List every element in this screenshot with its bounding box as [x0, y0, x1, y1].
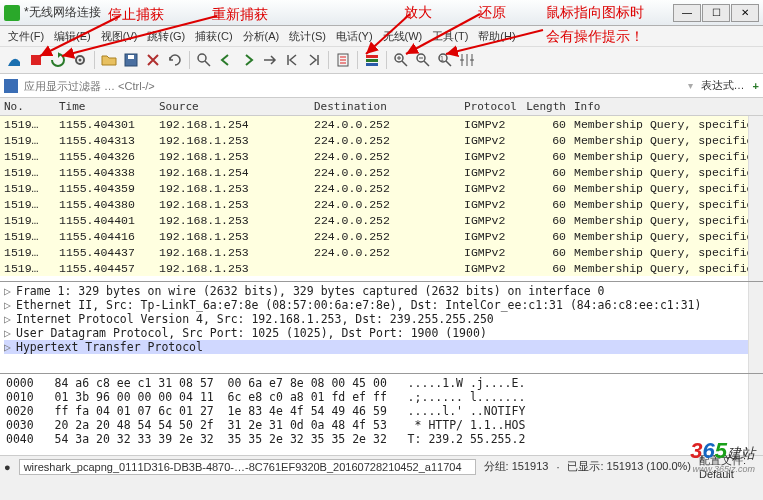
- expand-icon[interactable]: ▷: [4, 312, 16, 326]
- reload-button[interactable]: [165, 50, 185, 70]
- close-file-button[interactable]: [143, 50, 163, 70]
- col-header-length[interactable]: Length: [520, 99, 570, 114]
- detail-http: ▷Hypertext Transfer Protocol: [4, 340, 759, 354]
- zoom-reset-button[interactable]: 1: [435, 50, 455, 70]
- svg-line-12: [402, 61, 407, 66]
- svg-text:1: 1: [440, 55, 444, 62]
- menu-capture[interactable]: 捕获(C): [191, 27, 236, 46]
- start-capture-button[interactable]: [4, 50, 24, 70]
- col-header-time[interactable]: Time: [55, 99, 155, 114]
- svg-rect-8: [366, 55, 378, 58]
- menu-statistics[interactable]: 统计(S): [285, 27, 330, 46]
- filter-dropdown-arrow[interactable]: ▾: [688, 80, 693, 91]
- table-row[interactable]: 1519…1155.404359192.168.1.253224.0.0.252…: [0, 180, 763, 196]
- app-icon: [4, 5, 20, 21]
- packet-bytes-pane[interactable]: 0000 84 a6 c8 ee c1 31 08 57 00 6a e7 8e…: [0, 373, 763, 455]
- status-file: wireshark_pcapng_0111D316-DB3B-4870-…-8C…: [19, 459, 476, 475]
- status-packets: 分组: 151913: [484, 459, 549, 474]
- table-row[interactable]: 1519…1155.404457192.168.1.253IGMPv260Mem…: [0, 260, 763, 276]
- detail-frame: ▷Frame 1: 329 bytes on wire (2632 bits),…: [4, 284, 759, 298]
- detail-udp: ▷User Datagram Protocol, Src Port: 1025 …: [4, 326, 759, 340]
- col-header-protocol[interactable]: Protocol: [460, 99, 520, 114]
- detail-ip: ▷Internet Protocol Version 4, Src: 192.1…: [4, 312, 759, 326]
- col-header-no[interactable]: No.: [0, 99, 55, 114]
- col-header-source[interactable]: Source: [155, 99, 310, 114]
- hex-row: 0030 20 2a 20 48 54 54 50 2f 31 2e 31 0d…: [6, 418, 757, 432]
- display-filter-input[interactable]: [22, 78, 684, 94]
- go-back-button[interactable]: [216, 50, 236, 70]
- menu-telephony[interactable]: 电话(Y): [332, 27, 377, 46]
- filter-bookmark-icon[interactable]: [4, 79, 18, 93]
- restart-icon: [50, 52, 66, 68]
- last-packet-button[interactable]: [304, 50, 324, 70]
- table-row[interactable]: 1519…1155.404326192.168.1.253224.0.0.252…: [0, 148, 763, 164]
- menu-edit[interactable]: 编辑(E): [50, 27, 95, 46]
- expand-icon[interactable]: ▷: [4, 284, 16, 298]
- menu-help[interactable]: 帮助(H): [474, 27, 519, 46]
- restart-capture-button[interactable]: [48, 50, 68, 70]
- auto-scroll-button[interactable]: [333, 50, 353, 70]
- menu-view[interactable]: 视图(V): [97, 27, 142, 46]
- table-row[interactable]: 1519…1155.404401192.168.1.253224.0.0.252…: [0, 212, 763, 228]
- svg-point-2: [79, 59, 82, 62]
- save-file-button[interactable]: [121, 50, 141, 70]
- resize-columns-button[interactable]: [457, 50, 477, 70]
- menu-go[interactable]: 跳转(G): [143, 27, 189, 46]
- maximize-button[interactable]: ☐: [702, 4, 730, 22]
- expression-button[interactable]: 表达式…: [697, 78, 749, 93]
- zoom-in-button[interactable]: [391, 50, 411, 70]
- svg-rect-10: [366, 63, 378, 66]
- col-header-destination[interactable]: Destination: [310, 99, 460, 114]
- shark-fin-icon: [6, 52, 22, 68]
- packet-details-pane[interactable]: ▷Frame 1: 329 bytes on wire (2632 bits),…: [0, 281, 763, 373]
- table-row[interactable]: 1519…1155.404437192.168.1.253224.0.0.252…: [0, 244, 763, 260]
- find-button[interactable]: [194, 50, 214, 70]
- expand-icon[interactable]: ▷: [4, 340, 16, 354]
- folder-open-icon: [101, 52, 117, 68]
- open-file-button[interactable]: [99, 50, 119, 70]
- arrow-right-icon: [240, 52, 256, 68]
- menu-bar: 文件(F) 编辑(E) 视图(V) 跳转(G) 捕获(C) 分析(A) 统计(S…: [0, 26, 763, 46]
- close-file-icon: [145, 52, 161, 68]
- svg-rect-9: [366, 59, 378, 62]
- table-row[interactable]: 1519…1155.404338192.168.1.254224.0.0.252…: [0, 164, 763, 180]
- svg-rect-4: [128, 55, 134, 59]
- status-bullet: ●: [4, 461, 11, 473]
- search-icon: [196, 52, 212, 68]
- stop-capture-button[interactable]: [26, 50, 46, 70]
- title-bar: *无线网络连接 — ☐ ✕: [0, 0, 763, 26]
- menu-analyze[interactable]: 分析(A): [239, 27, 284, 46]
- col-header-info[interactable]: Info: [570, 99, 763, 114]
- expand-icon[interactable]: ▷: [4, 326, 16, 340]
- toolbar: 1: [0, 46, 763, 74]
- table-row[interactable]: 1519…1155.404313192.168.1.253224.0.0.252…: [0, 132, 763, 148]
- packet-list-body[interactable]: 1519…1155.404301192.168.1.254224.0.0.252…: [0, 116, 763, 276]
- reload-icon: [167, 52, 183, 68]
- colorize-icon: [364, 52, 380, 68]
- zoom-out-button[interactable]: [413, 50, 433, 70]
- capture-options-button[interactable]: [70, 50, 90, 70]
- expand-icon[interactable]: ▷: [4, 298, 16, 312]
- svg-line-16: [446, 61, 451, 66]
- detail-ethernet: ▷Ethernet II, Src: Tp-LinkT_6a:e7:8e (08…: [4, 298, 759, 312]
- first-packet-button[interactable]: [282, 50, 302, 70]
- svg-rect-0: [31, 55, 41, 65]
- go-forward-button[interactable]: [238, 50, 258, 70]
- go-to-packet-button[interactable]: [260, 50, 280, 70]
- goto-icon: [262, 52, 278, 68]
- colorize-button[interactable]: [362, 50, 382, 70]
- add-filter-button[interactable]: +: [753, 80, 759, 92]
- menu-tools[interactable]: 工具(T): [428, 27, 472, 46]
- menu-file[interactable]: 文件(F): [4, 27, 48, 46]
- table-row[interactable]: 1519…1155.404301192.168.1.254224.0.0.252…: [0, 116, 763, 132]
- packet-list-scrollbar[interactable]: [748, 116, 763, 281]
- watermark: 365建站 www.365jz.com: [690, 438, 755, 474]
- gear-icon: [72, 52, 88, 68]
- minimize-button[interactable]: —: [673, 4, 701, 22]
- close-button[interactable]: ✕: [731, 4, 759, 22]
- menu-wireless[interactable]: 无线(W): [379, 27, 427, 46]
- details-scrollbar[interactable]: [748, 282, 763, 373]
- table-row[interactable]: 1519…1155.404416192.168.1.253224.0.0.252…: [0, 228, 763, 244]
- table-row[interactable]: 1519…1155.404380192.168.1.253224.0.0.252…: [0, 196, 763, 212]
- packet-list-header: No. Time Source Destination Protocol Len…: [0, 98, 763, 116]
